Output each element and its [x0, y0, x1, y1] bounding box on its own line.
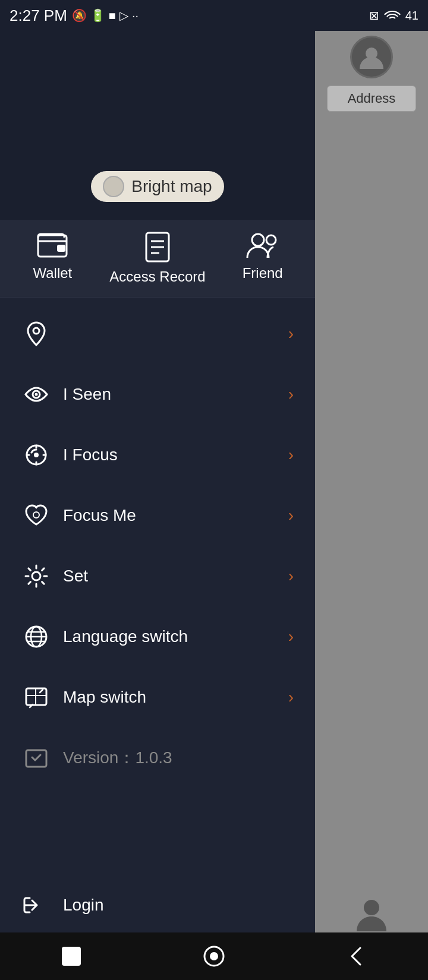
svg-point-14: [34, 453, 39, 457]
tab-access-record-label: Access Record: [109, 268, 205, 285]
status-right: ⊠ 41: [369, 8, 418, 23]
menu-focus-me-label: Focus Me: [63, 506, 288, 525]
menu-language-switch-label: Language switch: [63, 627, 288, 646]
status-left: 2:27 PM 🔕 🔋 ■ ▷ ··: [10, 7, 139, 25]
menu-item-language-switch[interactable]: Language switch ›: [0, 606, 315, 667]
profile-icon[interactable]: [354, 897, 389, 932]
svg-point-26: [210, 952, 218, 960]
menu-i-seen-label: I Seen: [63, 385, 288, 404]
svg-point-16: [32, 572, 40, 580]
menu-item-focus-me[interactable]: Focus Me ›: [0, 485, 315, 546]
toggle-circle-icon: [103, 176, 124, 197]
menu-item-i-focus[interactable]: I Focus ›: [0, 425, 315, 485]
wifi-icon: [384, 9, 401, 22]
login-item[interactable]: Login: [0, 878, 315, 932]
status-bar: 2:27 PM 🔕 🔋 ■ ▷ ·· ⊠ 41: [0, 0, 428, 31]
svg-point-1: [364, 900, 379, 915]
menu-item-version: Version：1.0.3: [0, 728, 315, 788]
globe-icon: [21, 622, 51, 652]
nav-square-button[interactable]: [54, 938, 89, 974]
dots-icon: ··: [132, 9, 139, 23]
menu-set-label: Set: [63, 567, 288, 586]
header-area: Bright map: [0, 0, 315, 220]
menu-map-switch-label: Map switch: [63, 688, 288, 707]
login-icon: [21, 893, 51, 917]
gear-icon: [21, 561, 51, 591]
version-icon: [21, 743, 51, 773]
bottom-nav: [0, 932, 428, 980]
play-icon: ▷: [119, 8, 128, 23]
tab-wallet[interactable]: Wallet: [0, 232, 105, 285]
svg-point-8: [252, 234, 264, 246]
tab-friend-label: Friend: [243, 265, 283, 282]
svg-point-10: [33, 328, 39, 334]
set-chevron-icon: ›: [288, 567, 294, 586]
language-switch-chevron-icon: ›: [288, 627, 294, 646]
nav-tabs: Wallet Access Record: [0, 220, 315, 298]
svg-rect-3: [57, 245, 65, 252]
eye-icon: [21, 380, 51, 409]
heart-icon: [21, 501, 51, 530]
menu-list: › I Seen ›: [0, 298, 315, 794]
menu-version-label: Version：1.0.3: [63, 747, 294, 769]
right-panel: Address: [315, 0, 428, 980]
focus-me-chevron-icon: ›: [288, 506, 294, 525]
svg-rect-24: [62, 947, 81, 966]
friend-icon: [246, 232, 279, 259]
menu-item-set[interactable]: Set ›: [0, 546, 315, 606]
bright-map-toggle[interactable]: Bright map: [91, 171, 224, 202]
tab-wallet-label: Wallet: [33, 265, 72, 282]
tab-friend[interactable]: Friend: [210, 232, 315, 285]
location-icon: [21, 319, 51, 349]
i-seen-chevron-icon: ›: [288, 385, 294, 404]
tab-access-record[interactable]: Access Record: [105, 232, 210, 285]
close-status-icon: ⊠: [369, 8, 379, 23]
nav-home-button[interactable]: [196, 938, 232, 974]
status-icons: 🔕 🔋 ■ ▷ ··: [72, 8, 139, 23]
svg-point-12: [35, 393, 38, 396]
location-chevron-icon: ›: [288, 324, 294, 343]
wallet-icon: [37, 232, 68, 259]
focus-icon: [21, 440, 51, 470]
screen-icon: ■: [109, 9, 116, 23]
svg-point-15: [33, 512, 39, 518]
right-bottom-profile: [315, 897, 428, 932]
menu-item-i-seen[interactable]: I Seen ›: [0, 364, 315, 425]
access-record-icon: [144, 232, 171, 263]
svg-point-9: [266, 235, 276, 245]
mute-icon: 🔕: [72, 8, 87, 23]
map-avatar: [350, 36, 393, 78]
menu-i-focus-label: I Focus: [63, 445, 288, 464]
status-time: 2:27 PM: [10, 7, 67, 25]
map-switch-chevron-icon: ›: [288, 688, 294, 707]
nav-back-button[interactable]: [339, 938, 374, 974]
map-switch-icon: [21, 682, 51, 712]
left-panel: Bright map Wallet: [0, 0, 315, 980]
address-button[interactable]: Address: [327, 86, 416, 112]
menu-item-map-switch[interactable]: Map switch ›: [0, 667, 315, 728]
toggle-label: Bright map: [131, 177, 212, 196]
battery-icon: 🔋: [90, 8, 105, 23]
i-focus-chevron-icon: ›: [288, 445, 294, 464]
login-label: Login: [63, 896, 104, 915]
menu-item-location[interactable]: ›: [0, 304, 315, 364]
battery-percent: 41: [405, 9, 418, 23]
